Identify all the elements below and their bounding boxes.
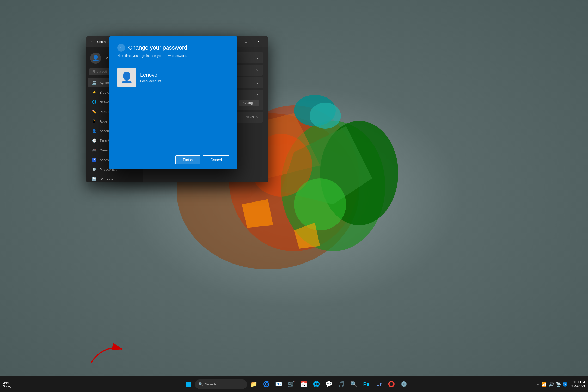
- spotify-icon: 🎵: [338, 381, 345, 388]
- taskbar-settings-app[interactable]: ⚙️: [398, 378, 410, 390]
- network-tray-icon[interactable]: 📶: [541, 382, 547, 387]
- system-tray: ∧ 📶 🔊 📡: [537, 382, 561, 387]
- svg-point-9: [310, 103, 341, 129]
- change-button[interactable]: Change: [239, 100, 259, 106]
- taskbar-left: 34°F Sunny: [3, 381, 55, 388]
- account-name: Lenovo: [140, 72, 161, 78]
- bluetooth-icon: ⚡: [92, 90, 96, 95]
- sidebar-label-windows: Windows ...: [100, 177, 117, 181]
- windows-logo: [186, 382, 191, 387]
- weather-temperature: 34°F: [3, 381, 11, 385]
- app2-icon: ⭕: [388, 381, 395, 388]
- dialog-back-row: ← Change your password: [117, 44, 229, 52]
- accounts-icon: 👤: [92, 128, 96, 133]
- sidebar-label-system: System: [100, 81, 111, 85]
- close-button[interactable]: ✕: [252, 38, 264, 46]
- store-icon: 🛒: [288, 381, 295, 388]
- accessibility-icon: ♿: [92, 157, 96, 162]
- wifi-icon[interactable]: 📡: [556, 382, 561, 387]
- search-app-icon: 🔍: [350, 381, 357, 388]
- settings-title: Settings: [97, 40, 109, 44]
- sidebar-item-windows-update[interactable]: 🔄 Windows ...: [88, 174, 142, 182]
- photoshop-icon: Ps: [363, 381, 370, 387]
- change-password-dialog: ← Change your password Next time you sig…: [109, 36, 237, 169]
- system-icon: 💻: [92, 80, 96, 85]
- svg-point-7: [294, 178, 346, 230]
- expand-icon-5: ∨: [256, 115, 259, 119]
- clock-date: 3/29/2023: [571, 384, 585, 389]
- expand-icon-2: ∨: [256, 68, 259, 72]
- apps-icon: 📱: [92, 119, 96, 124]
- windows-update-icon: 🔄: [92, 177, 96, 181]
- gaming-icon: 🎮: [92, 148, 96, 152]
- taskbar-lightroom[interactable]: Lr: [373, 378, 385, 390]
- taskbar-mail[interactable]: 📧: [273, 378, 285, 390]
- settings-row-5-value: Never: [246, 115, 254, 119]
- svg-marker-10: [242, 199, 273, 228]
- titlebar-left: ← Settings: [90, 39, 109, 44]
- personalization-icon: ✏️: [92, 109, 96, 114]
- taskbar-app2[interactable]: ⭕: [386, 378, 397, 390]
- taskbar-calendar[interactable]: 📅: [298, 378, 310, 390]
- volume-tray-icon[interactable]: 🔊: [549, 382, 554, 387]
- expand-icon-4: ∧: [256, 93, 259, 97]
- calendar-icon: 📅: [300, 381, 307, 388]
- search-icon: 🔍: [199, 382, 203, 386]
- account-avatar: 👤: [117, 68, 136, 87]
- finish-button[interactable]: Finish: [175, 155, 200, 164]
- account-type: Local account: [140, 79, 161, 83]
- taskbar-right: ∧ 📶 🔊 📡 22 4:17 PM 3/29/2023: [537, 380, 585, 389]
- expand-icon-1: ∨: [256, 56, 259, 59]
- time-icon: 🕐: [92, 138, 96, 143]
- network-icon: 🌐: [92, 100, 96, 104]
- taskbar-spotify[interactable]: 🎵: [336, 378, 347, 390]
- expand-icon-3: ∨: [256, 81, 259, 84]
- cancel-button[interactable]: Cancel: [203, 155, 229, 164]
- tray-chevron[interactable]: ∧: [537, 382, 539, 386]
- dialog-account-section: 👤 Lenovo Local account: [117, 68, 229, 87]
- taskbar-store[interactable]: 🛒: [286, 378, 297, 390]
- maximize-button[interactable]: □: [240, 38, 252, 46]
- chrome-icon: 🌐: [313, 381, 320, 388]
- weather-widget: 34°F Sunny: [3, 381, 11, 388]
- dialog-back-button[interactable]: ←: [117, 44, 125, 52]
- dialog-footer: Finish Cancel: [109, 150, 237, 169]
- taskbar: 34°F Sunny 🔍 Search 📁 🌀 📧: [0, 376, 588, 392]
- start-button[interactable]: [182, 378, 194, 390]
- account-info: Lenovo Local account: [140, 72, 161, 83]
- taskbar-photoshop[interactable]: Ps: [361, 378, 372, 390]
- mail-icon: 📧: [275, 381, 282, 388]
- notification-badge[interactable]: 22: [563, 382, 567, 387]
- clock-time: 4:17 PM: [573, 380, 585, 384]
- privacy-icon: 🛡️: [92, 167, 96, 172]
- settings-app-icon: ⚙️: [400, 381, 407, 388]
- system-clock[interactable]: 4:17 PM 3/29/2023: [571, 380, 585, 389]
- back-arrow[interactable]: ←: [90, 39, 94, 44]
- lightroom-icon: Lr: [376, 381, 382, 387]
- taskbar-search-app[interactable]: 🔍: [348, 378, 360, 390]
- taskbar-center: 🔍 Search 📁 🌀 📧 🛒 📅 🌐 💬 🎵 🔍: [57, 378, 535, 390]
- dialog-header: ← Change your password Next time you sig…: [109, 36, 237, 63]
- teams-icon: 💬: [325, 381, 332, 388]
- dialog-subtitle: Next time you sign in, use your new pass…: [117, 54, 229, 58]
- taskbar-file-explorer[interactable]: 📁: [248, 378, 260, 390]
- sidebar-label-apps: Apps: [100, 119, 107, 123]
- taskbar-chrome[interactable]: 🌐: [311, 378, 322, 390]
- file-explorer-icon: 📁: [250, 381, 257, 388]
- edge-icon: 🌀: [263, 381, 270, 388]
- weather-condition: Sunny: [3, 385, 11, 388]
- dialog-title: Change your password: [128, 44, 187, 51]
- taskbar-edge[interactable]: 🌀: [261, 378, 272, 390]
- taskbar-teams[interactable]: 💬: [323, 378, 335, 390]
- avatar: 👤: [90, 53, 101, 64]
- search-bar-text: Search: [205, 382, 216, 386]
- taskbar-search-bar[interactable]: 🔍 Search: [195, 379, 247, 389]
